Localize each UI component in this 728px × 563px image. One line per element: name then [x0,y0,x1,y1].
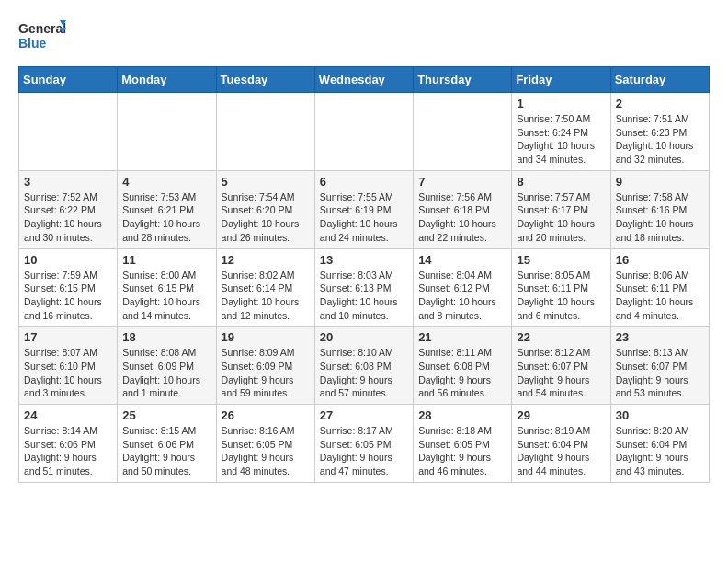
day-number: 3 [24,175,112,189]
day-number: 7 [418,175,506,189]
weekday-header-thursday: Thursday [414,67,512,93]
day-number: 11 [122,253,210,267]
calendar-cell: 4Sunrise: 7:53 AMSunset: 6:21 PMDaylight… [118,170,216,248]
day-number: 19 [222,330,310,344]
calendar-cell: 15Sunrise: 8:05 AMSunset: 6:11 PMDayligh… [512,248,610,327]
day-number: 23 [616,330,704,344]
day-info: Sunrise: 8:20 AMSunset: 6:04 PMDaylight:… [616,424,704,478]
calendar-cell: 14Sunrise: 8:04 AMSunset: 6:12 PMDayligh… [414,248,512,327]
calendar-cell: 5Sunrise: 7:54 AMSunset: 6:20 PMDaylight… [216,170,314,248]
day-info: Sunrise: 8:15 AMSunset: 6:06 PMDaylight:… [122,424,210,478]
calendar-cell: 26Sunrise: 8:16 AMSunset: 6:05 PMDayligh… [216,405,314,483]
day-number: 17 [24,330,112,344]
day-info: Sunrise: 7:57 AMSunset: 6:17 PMDaylight:… [517,190,605,245]
calendar-cell: 24Sunrise: 8:14 AMSunset: 6:06 PMDayligh… [19,405,118,483]
day-number: 24 [24,408,112,422]
day-number: 9 [616,175,704,189]
calendar-cell: 8Sunrise: 7:57 AMSunset: 6:17 PMDaylight… [512,170,610,248]
weekday-header-wednesday: Wednesday [314,67,413,93]
calendar-week-row: 10Sunrise: 7:59 AMSunset: 6:15 PMDayligh… [19,248,710,327]
day-info: Sunrise: 8:04 AMSunset: 6:12 PMDaylight:… [418,269,506,323]
day-number: 18 [122,330,210,344]
day-info: Sunrise: 7:59 AMSunset: 6:15 PMDaylight:… [24,269,112,323]
calendar-cell: 7Sunrise: 7:56 AMSunset: 6:18 PMDaylight… [414,170,512,248]
weekday-header-tuesday: Tuesday [216,67,314,93]
day-number: 27 [320,408,408,422]
calendar-cell: 10Sunrise: 7:59 AMSunset: 6:15 PMDayligh… [19,248,118,327]
calendar-header-row: SundayMondayTuesdayWednesdayThursdayFrid… [19,67,710,93]
calendar-cell: 29Sunrise: 8:19 AMSunset: 6:04 PMDayligh… [512,405,610,483]
calendar-week-row: 24Sunrise: 8:14 AMSunset: 6:06 PMDayligh… [19,405,710,483]
page-header: General Blue [18,18,710,57]
calendar-cell [19,93,118,171]
day-number: 28 [418,408,506,422]
day-info: Sunrise: 7:52 AMSunset: 6:22 PMDaylight:… [24,190,112,245]
day-number: 15 [517,253,605,267]
logo: General Blue [18,18,66,57]
weekday-header-sunday: Sunday [19,67,118,93]
calendar-cell: 25Sunrise: 8:15 AMSunset: 6:06 PMDayligh… [118,405,216,483]
calendar-week-row: 17Sunrise: 8:07 AMSunset: 6:10 PMDayligh… [19,327,710,405]
calendar-cell: 3Sunrise: 7:52 AMSunset: 6:22 PMDaylight… [19,170,118,248]
calendar-cell [314,93,413,171]
day-number: 22 [517,330,605,344]
day-number: 26 [222,408,310,422]
day-number: 10 [24,253,112,267]
day-number: 29 [517,408,605,422]
weekday-header-monday: Monday [118,67,216,93]
day-number: 12 [222,253,310,267]
day-info: Sunrise: 8:00 AMSunset: 6:15 PMDaylight:… [122,269,210,323]
calendar-week-row: 3Sunrise: 7:52 AMSunset: 6:22 PMDaylight… [19,170,710,248]
day-info: Sunrise: 8:12 AMSunset: 6:07 PMDaylight:… [517,346,605,400]
day-info: Sunrise: 8:02 AMSunset: 6:14 PMDaylight:… [222,269,310,323]
calendar-cell: 30Sunrise: 8:20 AMSunset: 6:04 PMDayligh… [610,405,709,483]
day-info: Sunrise: 8:18 AMSunset: 6:05 PMDaylight:… [418,424,506,478]
day-number: 5 [222,175,310,189]
svg-text:Blue: Blue [18,36,47,51]
day-number: 30 [616,408,704,422]
day-info: Sunrise: 7:55 AMSunset: 6:19 PMDaylight:… [320,190,408,245]
calendar-cell: 16Sunrise: 8:06 AMSunset: 6:11 PMDayligh… [610,248,709,327]
day-info: Sunrise: 7:56 AMSunset: 6:18 PMDaylight:… [418,190,506,245]
day-info: Sunrise: 7:50 AMSunset: 6:24 PMDaylight:… [517,112,605,167]
calendar-cell: 28Sunrise: 8:18 AMSunset: 6:05 PMDayligh… [414,405,512,483]
calendar-cell [216,93,314,171]
day-number: 16 [616,253,704,267]
day-info: Sunrise: 8:17 AMSunset: 6:05 PMDaylight:… [320,424,408,478]
day-info: Sunrise: 8:14 AMSunset: 6:06 PMDaylight:… [24,424,112,478]
day-info: Sunrise: 8:03 AMSunset: 6:13 PMDaylight:… [320,269,408,323]
day-number: 21 [418,330,506,344]
logo-svg: General Blue [18,18,66,57]
calendar-cell: 18Sunrise: 8:08 AMSunset: 6:09 PMDayligh… [118,327,216,405]
day-info: Sunrise: 7:51 AMSunset: 6:23 PMDaylight:… [616,112,704,167]
calendar-table: SundayMondayTuesdayWednesdayThursdayFrid… [18,66,710,483]
day-number: 25 [122,408,210,422]
calendar-cell: 9Sunrise: 7:58 AMSunset: 6:16 PMDaylight… [610,170,709,248]
day-number: 1 [517,97,605,110]
day-info: Sunrise: 7:58 AMSunset: 6:16 PMDaylight:… [616,190,704,245]
calendar-cell: 17Sunrise: 8:07 AMSunset: 6:10 PMDayligh… [19,327,118,405]
day-info: Sunrise: 8:08 AMSunset: 6:09 PMDaylight:… [122,346,210,400]
calendar-cell: 13Sunrise: 8:03 AMSunset: 6:13 PMDayligh… [314,248,413,327]
calendar-cell: 23Sunrise: 8:13 AMSunset: 6:07 PMDayligh… [610,327,709,405]
calendar-cell: 6Sunrise: 7:55 AMSunset: 6:19 PMDaylight… [314,170,413,248]
day-info: Sunrise: 7:53 AMSunset: 6:21 PMDaylight:… [122,190,210,245]
day-info: Sunrise: 8:06 AMSunset: 6:11 PMDaylight:… [616,269,704,323]
day-info: Sunrise: 8:13 AMSunset: 6:07 PMDaylight:… [616,346,704,400]
day-number: 6 [320,175,408,189]
day-info: Sunrise: 8:19 AMSunset: 6:04 PMDaylight:… [517,424,605,478]
day-info: Sunrise: 8:16 AMSunset: 6:05 PMDaylight:… [222,424,310,478]
day-number: 13 [320,253,408,267]
calendar-cell: 22Sunrise: 8:12 AMSunset: 6:07 PMDayligh… [512,327,610,405]
calendar-cell [414,93,512,171]
calendar-cell: 2Sunrise: 7:51 AMSunset: 6:23 PMDaylight… [610,93,709,171]
calendar-cell: 20Sunrise: 8:10 AMSunset: 6:08 PMDayligh… [314,327,413,405]
weekday-header-saturday: Saturday [610,67,709,93]
day-number: 8 [517,175,605,189]
calendar-cell: 27Sunrise: 8:17 AMSunset: 6:05 PMDayligh… [314,405,413,483]
day-info: Sunrise: 7:54 AMSunset: 6:20 PMDaylight:… [222,190,310,245]
calendar-cell: 12Sunrise: 8:02 AMSunset: 6:14 PMDayligh… [216,248,314,327]
calendar-week-row: 1Sunrise: 7:50 AMSunset: 6:24 PMDaylight… [19,93,710,171]
day-info: Sunrise: 8:05 AMSunset: 6:11 PMDaylight:… [517,269,605,323]
calendar-cell: 11Sunrise: 8:00 AMSunset: 6:15 PMDayligh… [118,248,216,327]
